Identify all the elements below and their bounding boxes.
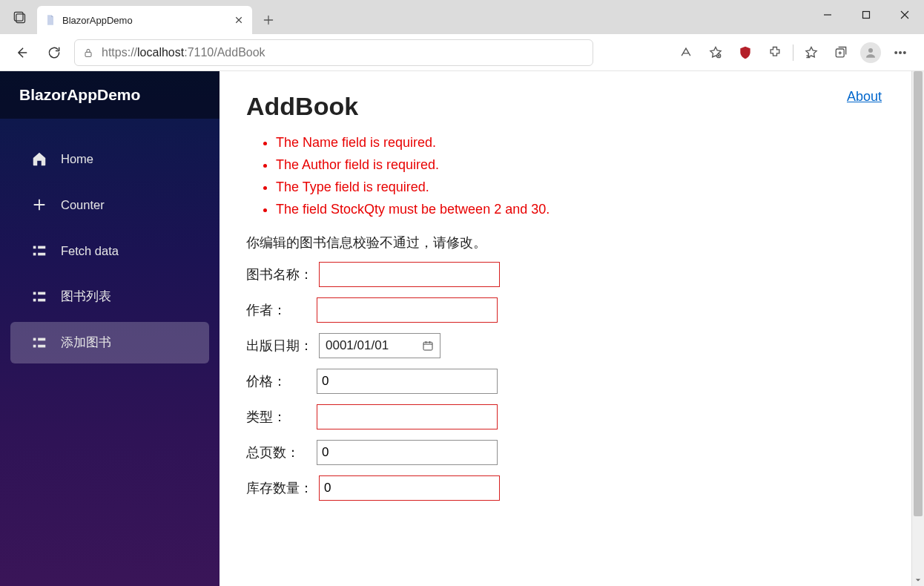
svg-rect-14: [33, 292, 36, 295]
svg-rect-3: [85, 52, 91, 56]
calendar-icon: [422, 340, 434, 352]
form-row-name: 图书名称：: [246, 262, 885, 287]
adblock-icon[interactable]: [730, 39, 760, 66]
sidebar-item-addbook[interactable]: 添加图书: [10, 322, 209, 363]
input-total-pages[interactable]: [317, 440, 498, 465]
vertical-scrollbar[interactable]: [911, 71, 924, 586]
collections-icon[interactable]: [826, 39, 856, 66]
label-stock: 库存数量：: [246, 479, 319, 497]
new-tab-button[interactable]: [254, 6, 283, 34]
window-minimize-button[interactable]: [808, 0, 847, 30]
sidebar: BlazorAppDemo Home Counter Fetch data 图书…: [0, 71, 220, 586]
list-icon: [31, 243, 47, 259]
tab-strip: BlazorAppDemo: [0, 0, 924, 34]
validation-error: The Author field is required.: [276, 154, 885, 176]
input-publish-date[interactable]: 0001/01/01: [319, 333, 440, 358]
svg-rect-2: [863, 12, 870, 19]
date-value: 0001/01/01: [326, 338, 389, 353]
sidebar-item-label: 图书列表: [61, 289, 111, 305]
form-row-type: 类型：: [246, 404, 885, 429]
svg-rect-0: [14, 12, 23, 21]
plus-icon: [31, 197, 47, 213]
read-aloud-icon[interactable]: [671, 39, 701, 66]
sidebar-item-counter[interactable]: Counter: [10, 184, 209, 225]
input-author[interactable]: [317, 297, 498, 323]
input-type[interactable]: [317, 404, 498, 429]
extension-icon[interactable]: [760, 39, 790, 66]
input-stock-qty[interactable]: [319, 475, 500, 501]
lock-icon: [82, 47, 94, 59]
sidebar-nav: Home Counter Fetch data 图书列表 添加图书: [0, 119, 220, 363]
sidebar-item-label: Home: [61, 152, 93, 166]
svg-rect-16: [38, 292, 45, 295]
validation-message: 你编辑的图书信息校验不通过，请修改。: [246, 234, 885, 251]
input-price[interactable]: [317, 369, 498, 394]
address-bar: https://localhost:7110/AddBook: [0, 34, 924, 71]
browser-chrome: BlazorAppDemo https://localhost:7110/Add…: [0, 0, 924, 71]
refresh-button[interactable]: [42, 40, 67, 65]
url-input[interactable]: https://localhost:7110/AddBook: [74, 39, 593, 66]
sidebar-item-fetch[interactable]: Fetch data: [10, 230, 209, 271]
url-text: https://localhost:7110/AddBook: [102, 46, 265, 59]
sidebar-item-label: Fetch data: [61, 244, 119, 258]
more-menu-icon[interactable]: [885, 39, 915, 66]
form-row-price: 价格：: [246, 369, 885, 394]
main-content: About AddBook The Name field is required…: [220, 71, 911, 586]
svg-point-6: [868, 48, 873, 53]
viewport: BlazorAppDemo Home Counter Fetch data 图书…: [0, 71, 924, 586]
list-icon: [31, 335, 47, 351]
favorites-list-icon[interactable]: [796, 39, 826, 66]
label-pages: 总页数：: [246, 444, 317, 461]
window-close-button[interactable]: [885, 0, 924, 30]
browser-tab[interactable]: BlazorAppDemo: [37, 6, 252, 34]
validation-error-list: The Name field is required. The Author f…: [246, 131, 885, 220]
svg-rect-20: [38, 338, 45, 341]
label-price: 价格：: [246, 372, 317, 390]
window-controls: [808, 0, 924, 30]
svg-rect-22: [423, 342, 432, 350]
svg-rect-18: [33, 338, 36, 341]
window-maximize-button[interactable]: [847, 0, 885, 30]
svg-rect-15: [33, 299, 36, 302]
form-row-pages: 总页数：: [246, 440, 885, 465]
label-date: 出版日期：: [246, 337, 319, 355]
favorite-star-icon[interactable]: [701, 39, 730, 66]
svg-rect-17: [38, 299, 45, 302]
form-row-author: 作者：: [246, 297, 885, 323]
tab-actions-button[interactable]: [3, 0, 36, 34]
home-icon: [31, 151, 47, 167]
tab-title: BlazorAppDemo: [62, 15, 227, 26]
tab-close-icon[interactable]: [233, 14, 245, 26]
sidebar-item-label: Counter: [61, 198, 105, 212]
svg-rect-10: [33, 246, 36, 249]
scrollbar-thumb[interactable]: [914, 71, 923, 516]
svg-rect-11: [33, 253, 36, 256]
list-icon: [31, 289, 47, 305]
sidebar-item-booklist[interactable]: 图书列表: [10, 276, 209, 317]
form-row-date: 出版日期： 0001/01/01: [246, 333, 885, 358]
svg-rect-13: [38, 253, 45, 256]
sidebar-item-home[interactable]: Home: [10, 138, 209, 180]
back-button[interactable]: [9, 40, 34, 65]
scroll-down-button[interactable]: [912, 573, 924, 586]
label-author: 作者：: [246, 301, 317, 319]
label-name: 图书名称：: [246, 266, 319, 283]
profile-button[interactable]: [856, 39, 885, 66]
svg-rect-21: [38, 345, 45, 348]
about-link[interactable]: About: [847, 89, 882, 105]
validation-error: The field StockQty must be between 2 and…: [276, 198, 885, 220]
brand-title: BlazorAppDemo: [0, 71, 220, 119]
avatar-icon: [860, 42, 881, 63]
form-row-stock: 库存数量：: [246, 475, 885, 501]
svg-rect-19: [33, 345, 36, 348]
svg-rect-12: [38, 246, 45, 249]
page-title: AddBook: [246, 92, 885, 121]
toolbar-divider: [793, 45, 793, 61]
svg-point-7: [895, 51, 897, 53]
validation-error: The Type field is required.: [276, 176, 885, 198]
svg-point-8: [900, 51, 902, 53]
sidebar-item-label: 添加图书: [61, 335, 111, 351]
input-book-name[interactable]: [319, 262, 500, 287]
svg-rect-1: [16, 14, 25, 23]
validation-error: The Name field is required.: [276, 131, 885, 154]
